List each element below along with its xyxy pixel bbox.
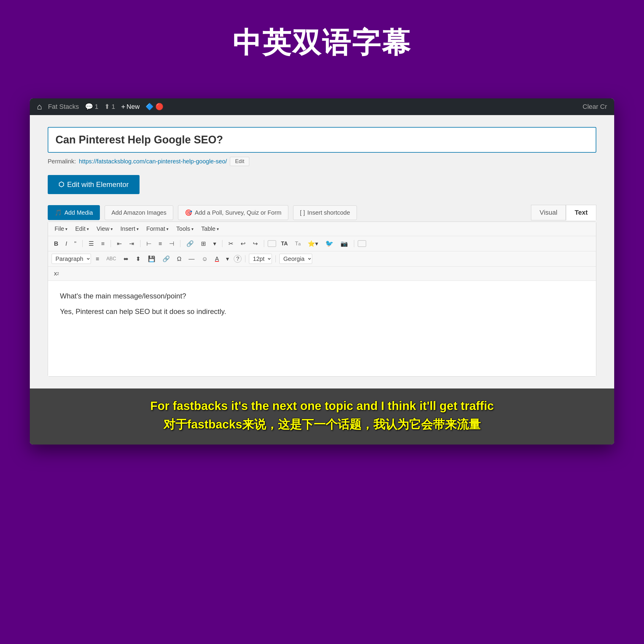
content-line-2: Yes, Pinterest can help SEO but it does … xyxy=(60,306,584,317)
outdent-btn[interactable]: ⇤ xyxy=(114,239,124,248)
toolbar-sep-7 xyxy=(354,240,354,247)
browser-window: ⌂ Fat Stacks 💬 1 ⬆ 1 New 🔷 🔴 Clear Cr Pe… xyxy=(30,98,614,445)
toolbar-sep-2 xyxy=(111,240,111,247)
toolbar-sep-3 xyxy=(140,240,140,247)
tools-arrow: ▾ xyxy=(191,227,193,231)
fullwidth-btn[interactable] xyxy=(268,240,276,247)
bullet-list-btn[interactable]: ☰ xyxy=(86,239,96,248)
permalink-url[interactable]: https://fatstacksblog.com/can-pinterest-… xyxy=(79,158,227,165)
menu-file[interactable]: File ▾ xyxy=(52,224,70,233)
paragraph-select[interactable]: Paragraph xyxy=(52,254,91,264)
menu-tools[interactable]: Tools ▾ xyxy=(173,224,196,233)
star-btn[interactable]: ⭐▾ xyxy=(305,239,321,248)
ta2-btn[interactable]: Ta xyxy=(292,239,303,248)
file-arrow: ▾ xyxy=(65,227,67,231)
updates-count[interactable]: ⬆ 1 xyxy=(104,103,115,111)
subtitle-overlay: For fastbacks it's the next one topic an… xyxy=(30,388,614,445)
tinymce-toolbar-2: Paragraph ≡ ABC ⬌ ⬍ 💾 🔗 Ω — ☺ A ▾ ? 12pt xyxy=(48,251,596,267)
clear-cache-btn[interactable]: Clear Cr xyxy=(583,103,607,111)
wp-editor-content: Permalink: https://fatstacksblog.com/can… xyxy=(30,115,614,388)
site-name[interactable]: Fat Stacks xyxy=(48,103,79,111)
permalink-edit-btn[interactable]: Edit xyxy=(230,157,249,166)
edit-arrow: ▾ xyxy=(87,227,89,231)
menu-insert[interactable]: Insert ▾ xyxy=(117,224,142,233)
redo-btn[interactable]: ↪ xyxy=(250,239,260,248)
toolbar2-sep xyxy=(245,255,245,262)
undo-btn[interactable]: ↩ xyxy=(238,239,248,248)
new-post-btn[interactable]: New xyxy=(121,103,140,111)
align-left-btn[interactable]: ⊢ xyxy=(144,239,154,248)
add-amazon-btn[interactable]: Add Amazon Images xyxy=(105,205,174,220)
format-indent-btn[interactable]: ⬌ xyxy=(121,254,131,264)
add-media-icon: 🎵 xyxy=(55,209,62,216)
align-center-btn[interactable]: ≡ xyxy=(156,239,165,248)
edit-with-elementor-btn[interactable]: ⬡ Edit with Elementor xyxy=(48,175,140,194)
blockquote-btn[interactable]: " xyxy=(72,239,79,248)
permalink-row: Permalink: https://fatstacksblog.com/can… xyxy=(48,157,596,166)
help-btn[interactable]: ? xyxy=(234,255,241,263)
admin-bar: ⌂ Fat Stacks 💬 1 ⬆ 1 New 🔷 🔴 Clear Cr xyxy=(30,98,614,115)
omega-btn[interactable]: Ω xyxy=(175,254,184,264)
add-media-btn[interactable]: 🎵 Add Media xyxy=(48,205,100,220)
color-arrow[interactable]: ▾ xyxy=(224,254,231,264)
plugin-icons: 🔷 🔴 xyxy=(145,103,163,111)
toolbar2-sep2 xyxy=(275,255,276,262)
page-title: 中英双语字幕 xyxy=(0,24,644,63)
insert-shortcode-btn[interactable]: [ ] Insert shortcode xyxy=(293,205,357,220)
format-abc-btn[interactable]: ABC xyxy=(104,255,119,263)
editor-top-toolbar: 🎵 Add Media Add Amazon Images 🎯 Add a Po… xyxy=(48,205,596,220)
tab-visual[interactable]: Visual xyxy=(531,205,566,220)
align-right-btn[interactable]: ⊣ xyxy=(167,239,177,248)
italic-btn[interactable]: I xyxy=(63,239,69,248)
visual-text-tabs: Visual Text xyxy=(531,205,596,220)
font-color-btn[interactable]: A xyxy=(213,254,221,264)
elementor-btn-label: Edit with Elementor xyxy=(67,180,129,189)
superscript-btn[interactable]: x2 xyxy=(52,269,61,278)
indent-btn[interactable]: ⇥ xyxy=(127,239,137,248)
add-poll-btn[interactable]: 🎯 Add a Poll, Survey, Quiz or Form xyxy=(178,205,288,220)
subtitle-chinese: 对于fastbacks来说，这是下一个话题，我认为它会带来流量 xyxy=(48,416,596,433)
save-icon-btn[interactable]: 💾 xyxy=(145,254,158,264)
twitter-btn[interactable]: 🐦 xyxy=(323,239,336,249)
tab-text[interactable]: Text xyxy=(566,205,596,220)
subtitle-english: For fastbacks it's the next one topic an… xyxy=(48,397,596,414)
tinymce-body[interactable]: What's the main message/lesson/point? Ye… xyxy=(48,281,596,376)
toolbar-sep-5 xyxy=(222,240,222,247)
format-arrow: ▾ xyxy=(166,227,168,231)
menu-table[interactable]: Table ▾ xyxy=(198,224,222,233)
permalink-label: Permalink: xyxy=(48,158,76,165)
emoji-btn[interactable]: ☺ xyxy=(199,254,210,264)
menu-format[interactable]: Format ▾ xyxy=(143,224,171,233)
ta-btn[interactable]: TA xyxy=(278,239,290,248)
toolbar-sep-1 xyxy=(82,240,83,247)
post-title-input[interactable] xyxy=(48,127,596,153)
elementor-icon: ⬡ xyxy=(58,181,64,188)
bold-btn[interactable]: B xyxy=(52,239,61,248)
link-btn[interactable]: 🔗 xyxy=(184,239,196,248)
align-left-2-btn[interactable]: ≡ xyxy=(93,254,102,264)
table-grid-btn[interactable]: ⊞ xyxy=(199,239,208,248)
numbered-list-btn[interactable]: ≡ xyxy=(99,239,107,248)
toolbar-sep-4 xyxy=(180,240,180,247)
divider-btn[interactable]: — xyxy=(186,254,197,264)
insert-shortcode-label: Insert shortcode xyxy=(307,209,350,216)
view-arrow: ▾ xyxy=(111,227,113,231)
menu-edit[interactable]: Edit ▾ xyxy=(72,224,92,233)
format-outdent-btn[interactable]: ⬍ xyxy=(133,254,143,264)
link2-btn[interactable]: 🔗 xyxy=(160,254,172,264)
cut-btn[interactable]: ✂ xyxy=(226,239,236,248)
comments-count[interactable]: 💬 1 xyxy=(85,103,98,111)
table-arrow: ▾ xyxy=(217,227,219,231)
font-family-select[interactable]: Georgia xyxy=(279,254,312,264)
content-line-1: What's the main message/lesson/point? xyxy=(60,290,584,302)
font-size-select[interactable]: 12pt xyxy=(249,254,272,264)
expand-btn[interactable] xyxy=(358,240,366,247)
insert-arrow: ▾ xyxy=(137,227,139,231)
add-media-label: Add Media xyxy=(64,209,93,216)
camera-btn[interactable]: 📷 xyxy=(338,239,350,248)
more-btn[interactable]: ▾ xyxy=(211,239,219,248)
tinymce-toolbar-1: B I " ☰ ≡ ⇤ ⇥ ⊢ ≡ ⊣ 🔗 ⊞ ▾ ✂ ↩ ↪ xyxy=(48,236,596,251)
insert-shortcode-icon: [ ] xyxy=(300,209,305,216)
menu-view[interactable]: View ▾ xyxy=(94,224,116,233)
add-poll-icon: 🎯 xyxy=(185,209,192,216)
